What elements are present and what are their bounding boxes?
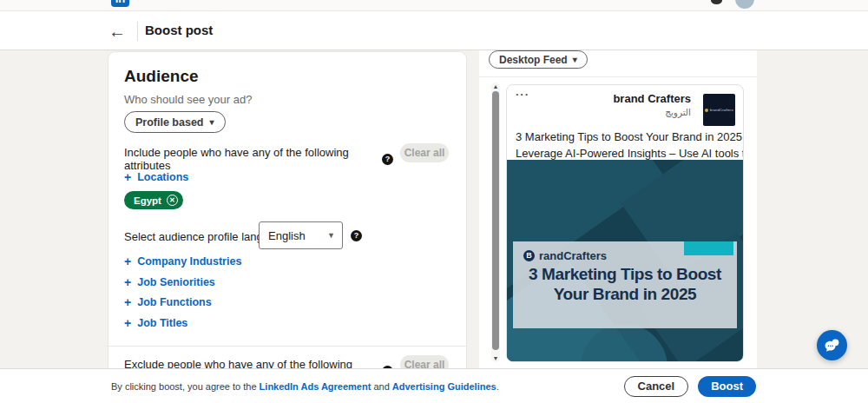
- creative-headline-line1: 3 Marketing Tips to Boost: [513, 265, 737, 285]
- help-icon[interactable]: ?: [382, 154, 393, 165]
- add-job-functions-link[interactable]: + Job Functions: [124, 296, 212, 308]
- post-author-name: brand Crafters: [613, 92, 691, 105]
- add-job-titles-link[interactable]: + Job Titles: [124, 317, 187, 329]
- post-text-line1: 3 Marketing Tips to Boost Your Brand in …: [516, 130, 742, 143]
- creative-brand-row: B randCrafters: [523, 249, 607, 262]
- scroll-down-icon[interactable]: ▼: [491, 355, 500, 361]
- device-feed-label: Desktop Feed: [499, 54, 568, 66]
- messaging-fab[interactable]: [817, 330, 847, 360]
- page-title: Boost post: [145, 23, 213, 37]
- chat-bubbles-icon: [824, 337, 840, 353]
- remove-tag-icon[interactable]: ✕: [167, 195, 178, 206]
- back-button[interactable]: ←: [104, 20, 130, 43]
- include-attributes-row: Include people who have any of the follo…: [124, 146, 393, 172]
- disclaimer-period: .: [496, 381, 499, 392]
- language-select[interactable]: English ▼: [259, 221, 343, 249]
- help-icon[interactable]: ?: [351, 230, 362, 241]
- include-attributes-label: Include people who have any of the follo…: [124, 146, 377, 172]
- header-divider: [137, 22, 138, 41]
- targeting-mode-dropdown[interactable]: Profile based ▾: [124, 111, 226, 133]
- scrollbar-thumb[interactable]: [492, 91, 499, 350]
- post-creative-image: B randCrafters 3 Marketing Tips to Boost…: [507, 160, 744, 362]
- creative-overlay-band: B randCrafters 3 Marketing Tips to Boost…: [513, 241, 737, 328]
- ads-agreement-link[interactable]: LinkedIn Ads Agreement: [260, 381, 372, 392]
- add-job-titles-label: Job Titles: [137, 317, 187, 329]
- add-locations-label: Locations: [137, 171, 188, 183]
- global-nav-strip: in: [0, 0, 868, 11]
- disclaimer-and: and: [371, 381, 391, 392]
- footer-bar: By clicking boost, you agree to the Link…: [0, 368, 868, 403]
- chevron-down-icon: ▾: [210, 118, 214, 127]
- user-avatar[interactable]: [735, 0, 754, 9]
- chevron-down-icon: ▼: [327, 231, 335, 240]
- panel-divider: [479, 76, 757, 77]
- avatar-brand-text: brandCrafters: [710, 108, 733, 112]
- post-promoted-label: الترويج: [613, 107, 691, 117]
- brand-dot-icon: [705, 109, 708, 112]
- location-tag-egypt[interactable]: Egypt ✕: [124, 191, 183, 209]
- add-company-industries-label: Company Industries: [137, 255, 241, 268]
- language-value: English: [268, 229, 306, 242]
- boost-post-page: in ← Boost post Audience Who should see …: [0, 0, 868, 403]
- scroll-up-icon[interactable]: ▲: [491, 83, 500, 89]
- add-job-seniorities-link[interactable]: + Job Seniorities: [124, 276, 215, 288]
- footer-actions: Cancel Boost: [624, 376, 756, 397]
- include-clear-all-button[interactable]: Clear all: [400, 143, 449, 162]
- post-author-block: brand Crafters الترويج: [613, 92, 691, 117]
- plus-icon: +: [124, 171, 131, 183]
- cancel-button[interactable]: Cancel: [624, 376, 689, 397]
- post-overflow-menu-icon[interactable]: ···: [516, 88, 529, 101]
- creative-teal-accent: [684, 241, 733, 255]
- legal-disclaimer: By clicking boost, you agree to the Link…: [111, 381, 499, 392]
- post-preview-card: ··· brand Crafters الترويج brandCrafters…: [506, 84, 744, 362]
- brand-logo-icon: B: [523, 250, 535, 261]
- post-text-line2-text: Leverage AI-Powered Insights – Use AI to…: [516, 147, 744, 160]
- plus-icon: +: [124, 255, 131, 268]
- targeting-mode-label: Profile based: [135, 116, 204, 129]
- plus-icon: +: [124, 317, 131, 329]
- plus-icon: +: [124, 276, 131, 288]
- plus-icon: +: [124, 296, 131, 308]
- add-locations-link[interactable]: + Locations: [124, 171, 188, 183]
- creative-headline: 3 Marketing Tips to Boost Your Brand in …: [513, 265, 737, 305]
- add-company-industries-link[interactable]: + Company Industries: [124, 255, 241, 268]
- chevron-down-icon: ▾: [573, 56, 577, 64]
- linkedin-logo-icon[interactable]: in: [111, 0, 129, 7]
- post-author-avatar[interactable]: brandCrafters: [703, 94, 735, 126]
- page-header: ← Boost post: [0, 11, 868, 50]
- add-job-seniorities-label: Job Seniorities: [137, 276, 215, 288]
- audience-question: Who should see your ad?: [124, 93, 252, 106]
- add-job-functions-label: Job Functions: [137, 296, 211, 308]
- preview-scrollbar[interactable]: ▲ ▼: [491, 83, 500, 362]
- device-feed-dropdown[interactable]: Desktop Feed ▾: [489, 50, 588, 69]
- audience-card: Audience Who should see your ad? Profile…: [108, 52, 466, 403]
- section-divider: [108, 346, 466, 347]
- notification-icon[interactable]: [711, 0, 722, 4]
- post-text-line2: Leverage AI-Powered Insights – Use AI to…: [516, 147, 744, 160]
- disclaimer-text: By clicking boost, you agree to the: [111, 381, 260, 392]
- audience-title: Audience: [124, 67, 199, 86]
- boost-button[interactable]: Boost: [698, 376, 756, 397]
- creative-brand-name: randCrafters: [539, 249, 607, 262]
- preview-panel: Desktop Feed ▾ ▲ ▼ ··· brand Crafters ال…: [479, 48, 757, 368]
- location-tag-label: Egypt: [134, 195, 161, 206]
- advertising-guidelines-link[interactable]: Advertising Guidelines: [392, 381, 496, 392]
- creative-headline-line2: Your Brand in 2025: [513, 285, 737, 305]
